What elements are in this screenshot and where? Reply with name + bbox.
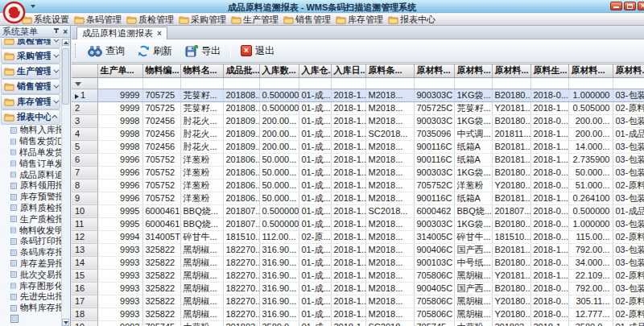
cell[interactable]: 芫荽籽... (180, 89, 223, 101)
cell[interactable]: 22.109... (568, 269, 613, 282)
cell[interactable]: 芫荽籽... (454, 101, 492, 114)
cell[interactable]: 705752 (142, 166, 180, 179)
filter-cell[interactable] (180, 77, 223, 89)
cell[interactable]: 大蒜粉 (454, 320, 492, 326)
cell[interactable]: 201806... (223, 192, 259, 204)
cell[interactable]: 900303C (414, 114, 454, 127)
cell[interactable]: M2018... (365, 114, 414, 127)
cell[interactable]: 2018-1... (331, 269, 365, 282)
cell[interactable]: 01-成... (299, 101, 331, 114)
table-row[interactable]: 8 9996 705752 洋葱粉 201806... 50.000... 01… (72, 179, 644, 192)
row-header[interactable]: 14 (72, 256, 97, 269)
cell[interactable]: 705725 (142, 101, 180, 114)
cell[interactable]: 900103C (414, 256, 454, 269)
table-row[interactable]: 6 9996 705752 洋葱粉 201806... 50.000... 01… (72, 153, 644, 166)
cell[interactable]: 2018-0... (530, 179, 568, 192)
row-header[interactable]: 4 (72, 127, 97, 140)
cell[interactable]: 01-成... (299, 179, 331, 192)
cell[interactable]: 6000461 (142, 217, 180, 230)
cell[interactable]: 国产西... (454, 243, 492, 256)
row-header[interactable]: 5 (72, 140, 97, 153)
filter-cell[interactable] (414, 77, 454, 89)
cell[interactable]: M2018... (365, 256, 414, 269)
cell[interactable]: 325822 (142, 295, 180, 307)
cell[interactable]: 黑胡椒... (180, 256, 223, 269)
cell[interactable]: 705752C (414, 179, 454, 192)
cell[interactable]: B20180... (492, 217, 530, 230)
cell[interactable]: 01-成... (299, 127, 331, 140)
cell[interactable]: 02-原料库... (613, 101, 644, 114)
cell[interactable]: 9995 (97, 217, 142, 230)
cell[interactable]: 01-成... (299, 307, 331, 320)
cell[interactable]: 9993 (97, 269, 142, 282)
cell[interactable]: 黑胡椒... (454, 269, 492, 282)
filter-cell[interactable] (454, 77, 492, 89)
cell[interactable]: 大蒜粉 (180, 320, 223, 326)
cell[interactable]: 181510... (492, 230, 530, 243)
cell[interactable]: 03-包装... (613, 140, 644, 153)
cell[interactable]: 182270... (223, 307, 259, 320)
menu-item[interactable]: 销售管理 (281, 14, 333, 26)
cell[interactable]: 洋葱粉 (180, 153, 223, 166)
cell[interactable]: 黑胡椒... (180, 243, 223, 256)
table-row[interactable]: 16 9993 325822 黑胡椒... 182270... 316.90..… (72, 282, 644, 295)
cell[interactable]: 325822 (142, 282, 180, 295)
table-row[interactable]: 12 9994 314005T 碎甘牛... 181510... 112.00.… (72, 230, 644, 243)
scroll-down-icon[interactable] (62, 319, 69, 326)
cell[interactable]: 705752 (142, 192, 180, 204)
cell[interactable]: 03-包装... (613, 114, 644, 127)
sidebar-report-item[interactable]: 库存图形化报表 (0, 280, 61, 291)
cell[interactable]: 芫荽籽... (180, 101, 223, 114)
cell[interactable]: 2018-1... (331, 114, 365, 127)
sidebar-report-item[interactable]: 销售订单发货... (0, 158, 61, 169)
cell[interactable]: 9999 (97, 89, 142, 101)
cell[interactable]: 200.00... (259, 127, 299, 140)
cell[interactable]: 201807... (223, 204, 259, 217)
cell[interactable]: 200.00... (259, 114, 299, 127)
cell[interactable]: 2018-1... (331, 101, 365, 114)
cell[interactable]: 325822 (142, 307, 180, 320)
cell[interactable]: 2018-0... (530, 256, 568, 269)
cell[interactable]: 705752 (142, 179, 180, 192)
cell[interactable]: 中号纸... (454, 256, 492, 269)
cell[interactable]: 34.000... (568, 256, 613, 269)
row-header[interactable]: 9 (72, 192, 97, 204)
cell[interactable]: 02-原料库... (613, 295, 644, 307)
export-button[interactable]: 导出 (180, 43, 226, 60)
cell[interactable]: 182270... (223, 256, 259, 269)
row-header[interactable]: 1 (72, 89, 97, 101)
cell[interactable]: 9996 (97, 192, 142, 204)
cell[interactable]: 792.00... (568, 282, 613, 295)
sidebar-group[interactable]: 采购管理 (1, 48, 60, 64)
cell[interactable]: 200.00... (568, 114, 613, 127)
cell[interactable]: 201807... (492, 204, 530, 217)
scrollbar-thumb[interactable] (62, 48, 69, 105)
sidebar-report-item[interactable]: 批次交易报表 (0, 269, 61, 280)
sidebar-report-item[interactable]: 生产质检报表 (0, 213, 61, 225)
column-header[interactable]: 原材料... (613, 64, 644, 77)
cell[interactable]: 325822 (142, 243, 180, 256)
cell[interactable]: 200.00... (259, 140, 299, 153)
cell[interactable]: 9993 (97, 295, 142, 307)
cell[interactable]: 2018-0... (530, 114, 568, 127)
close-button[interactable]: × (638, 2, 644, 10)
cell[interactable]: 9993 (97, 282, 142, 295)
cell[interactable]: 02-原料库... (613, 230, 644, 243)
cell[interactable]: 2018-1... (331, 140, 365, 153)
filter-cell[interactable] (613, 77, 644, 89)
cell[interactable]: 2018-1... (331, 282, 365, 295)
sidebar-group[interactable]: 生产管理 (1, 64, 60, 79)
filter-cell[interactable] (299, 77, 331, 89)
cell[interactable]: 02-原... (299, 230, 331, 243)
cell[interactable]: 316.90... (259, 295, 299, 307)
cell[interactable]: 2018-1... (331, 179, 365, 192)
sidebar-report-item[interactable]: 销售发货汇总... (0, 136, 61, 147)
exit-button[interactable]: × 退出 (235, 43, 280, 60)
sidebar-group[interactable]: 销售管理 (1, 79, 60, 94)
cell[interactable]: 2018-1... (530, 243, 568, 256)
cell[interactable]: 01-成... (299, 140, 331, 153)
cell[interactable]: 705806C (414, 295, 454, 307)
row-header[interactable]: 11 (72, 217, 97, 230)
cell[interactable]: 900405C (414, 282, 454, 295)
row-header[interactable]: 15 (72, 269, 97, 282)
